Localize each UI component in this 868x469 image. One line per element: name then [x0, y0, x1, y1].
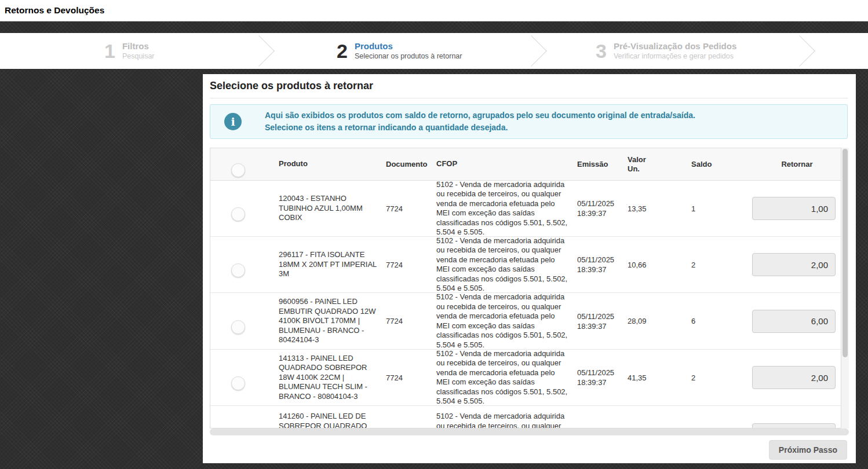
step-number: 2 — [337, 41, 348, 61]
horizontal-scrollbar[interactable] — [210, 428, 849, 435]
next-step-button[interactable]: Próximo Passo — [769, 440, 847, 460]
emission-cell: 05/11/2025 18:39:37 — [577, 199, 628, 218]
step-number: 3 — [596, 41, 607, 61]
products-table: Produto Documento CFOP Emissão Valor Un.… — [210, 148, 849, 428]
vertical-scrollbar-thumb[interactable] — [843, 149, 848, 357]
header-saldo: Saldo — [691, 160, 753, 168]
step-sublabel: Selecionar os produtos à retornar — [355, 52, 462, 61]
step-pre-visualizacao[interactable]: 3 Pré-Visualização dos Pedidos Verificar… — [596, 33, 736, 69]
toggle-knob-icon — [231, 263, 245, 277]
cfop-cell: 5102 - Venda de mercadoria adquirida ou … — [436, 349, 577, 406]
emission-date: 05/11/2025 — [577, 368, 628, 378]
product-cell: 141260 - PAINEL LED DE SOBREPOR QUADRADO — [279, 412, 386, 428]
header-cfop: CFOP — [436, 159, 577, 169]
emission-date: 05/11/2025 — [577, 255, 628, 265]
balance-cell: 1 — [691, 204, 753, 213]
toggle-knob-icon — [231, 376, 245, 390]
cfop-cell: 5102 - Venda de mercadoria adquirida ou … — [436, 180, 577, 237]
document-cell: 7724 — [386, 373, 436, 382]
step-produtos[interactable]: 2 Produtos Selecionar os produtos à reto… — [337, 33, 462, 69]
header-retornar: Retornar — [753, 160, 841, 168]
table-header-row: Produto Documento CFOP Emissão Valor Un.… — [210, 148, 841, 181]
unit-value-cell: 10,66 — [628, 261, 691, 269]
step-sublabel: Pesquisar — [122, 52, 155, 61]
emission-time: 18:39:37 — [577, 265, 628, 274]
unit-value-cell: 41,35 — [628, 373, 691, 382]
cfop-cell: 5102 - Venda de mercadoria adquirida ou … — [436, 292, 577, 350]
emission-time: 18:39:37 — [577, 378, 628, 387]
table-row: 141260 - PAINEL LED DE SOBREPOR QUADRADO… — [210, 406, 841, 428]
product-cell: 296117 - FITA ISOLANTE 18MM X 20MT PT IM… — [279, 250, 386, 279]
chevron-right-icon — [784, 35, 815, 67]
panel-title: Selecione os produtos à retornar — [210, 74, 848, 98]
balance-cell: 6 — [691, 317, 753, 325]
toggle-knob-icon — [231, 207, 245, 221]
document-cell: 7724 — [386, 317, 436, 325]
info-circle-icon: i — [224, 113, 242, 130]
info-banner: i Aqui são exibidos os produtos com sald… — [210, 104, 848, 139]
vertical-scrollbar[interactable] — [841, 148, 849, 428]
step-sublabel: Verificar informações e gerar pedidos — [614, 52, 736, 61]
toggle-knob-icon — [231, 320, 245, 334]
products-panel: Selecione os produtos à retornar i Aqui … — [203, 74, 856, 463]
product-cell: 9600956 - PAINEL LED EMBUTIR QUADRADO 12… — [279, 297, 386, 345]
page-title: Retornos e Devoluções — [5, 5, 104, 16]
emission-date: 05/11/2025 — [577, 312, 628, 321]
header-produto: Produto — [279, 159, 386, 169]
cfop-cell: 5102 - Venda de mercadoria adquirida ou … — [436, 412, 577, 428]
return-qty-input[interactable] — [752, 197, 836, 220]
return-qty-input[interactable] — [752, 310, 836, 333]
table-row: 141313 - PAINEL LED QUADRADO SOBREPOR 18… — [210, 350, 841, 406]
document-cell: 7724 — [386, 261, 436, 269]
unit-value-cell: 28,09 — [628, 317, 691, 325]
product-cell: 120043 - ESTANHO TUBINHO AZUL 1,00MM COB… — [279, 194, 386, 223]
emission-cell: 05/11/2025 — [577, 412, 628, 428]
step-label: Filtros — [122, 41, 155, 52]
emission-date: 05/11/2025 — [577, 199, 628, 208]
document-cell: 7724 — [386, 204, 436, 213]
unit-value-cell: 13,35 — [628, 204, 691, 213]
header-valor-un: Valor Un. — [628, 155, 652, 174]
info-line-1: Aqui são exibidos os produtos com saldo … — [265, 111, 695, 120]
step-filtros[interactable]: 1 Filtros Pesquisar — [104, 33, 155, 69]
table-row: 120043 - ESTANHO TUBINHO AZUL 1,00MM COB… — [210, 181, 841, 237]
balance-cell: 2 — [691, 261, 753, 269]
step-label: Produtos — [355, 41, 462, 52]
table-row: 296117 - FITA ISOLANTE 18MM X 20MT PT IM… — [210, 237, 841, 293]
return-qty-input[interactable] — [752, 253, 836, 276]
table-row: 9600956 - PAINEL LED EMBUTIR QUADRADO 12… — [210, 293, 841, 350]
emission-cell: 05/11/2025 18:39:37 — [577, 255, 628, 274]
product-cell: 141313 - PAINEL LED QUADRADO SOBREPOR 18… — [279, 354, 386, 402]
emission-time: 18:39:37 — [577, 208, 628, 218]
wizard-stepper: 1 Filtros Pesquisar 2 Produtos Seleciona… — [0, 33, 868, 69]
top-title-bar: Retornos e Devoluções — [0, 0, 868, 21]
info-text: Aqui são exibidos os produtos com saldo … — [265, 109, 695, 134]
emission-time: 18:39:37 — [577, 321, 628, 331]
step-label: Pré-Visualização dos Pedidos — [614, 41, 736, 52]
step-number: 1 — [104, 41, 115, 61]
balance-cell: 2 — [691, 373, 753, 382]
return-qty-input[interactable] — [752, 366, 836, 389]
toggle-knob-icon — [231, 163, 245, 177]
info-line-2: Selecione os itens a retornar indicando … — [265, 123, 508, 132]
header-documento: Documento — [386, 160, 436, 168]
emission-cell: 05/11/2025 18:39:37 — [577, 312, 628, 331]
emission-cell: 05/11/2025 18:39:37 — [577, 368, 628, 387]
cfop-cell: 5102 - Venda de mercadoria adquirida ou … — [436, 236, 577, 294]
return-qty-input[interactable] — [752, 423, 836, 428]
chevron-right-icon — [243, 35, 275, 67]
chevron-right-icon — [516, 35, 547, 67]
header-emissao: Emissão — [577, 159, 628, 169]
